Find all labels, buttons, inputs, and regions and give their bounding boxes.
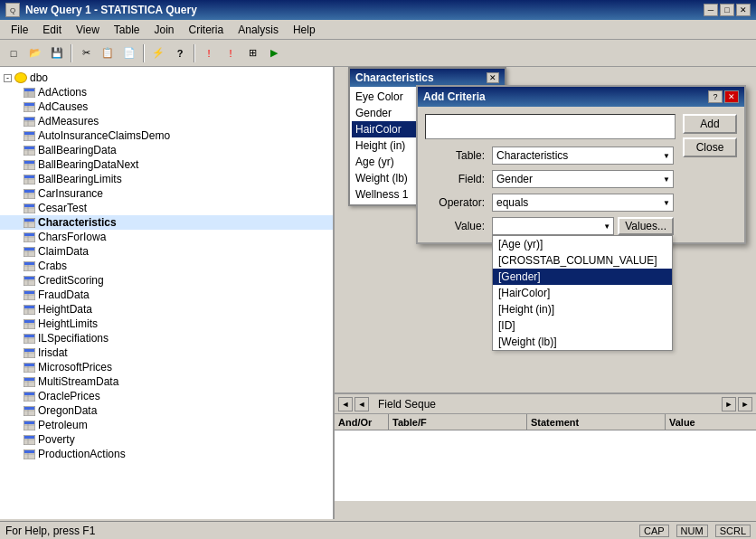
magic-button[interactable]: ⚡ <box>148 43 168 63</box>
tree-item-characteristics[interactable]: Characteristics <box>0 215 333 230</box>
exclaim1-button[interactable]: ! <box>199 43 219 63</box>
dropdown-item-haircolor[interactable]: [HairColor] <box>493 285 672 301</box>
new-button[interactable]: □ <box>4 43 24 63</box>
value-label: Value: <box>425 220 488 232</box>
dialog-close-titlebar-button[interactable]: ✕ <box>724 90 739 103</box>
tree-panel[interactable]: - dbo AdActions <box>0 67 335 519</box>
svg-rect-19 <box>24 147 34 149</box>
menu-edit[interactable]: Edit <box>35 22 69 38</box>
tree-item-heightlimits[interactable]: HeightLimits <box>0 317 333 331</box>
dropdown-item-crosstab[interactable]: [CROSSTAB_COLUMN_VALUE] <box>493 252 672 269</box>
tree-item-poverty[interactable]: Poverty <box>0 432 333 447</box>
tree-item-adactions[interactable]: AdActions <box>0 85 333 99</box>
tree-item-cesartest[interactable]: CesarTest <box>0 201 333 215</box>
toolbar-separator-3 <box>194 44 195 62</box>
menu-file[interactable]: File <box>4 22 35 38</box>
tree-item-admeasures[interactable]: AdMeasures <box>0 114 333 128</box>
tree-item-charsforiowa[interactable]: CharsForIowa <box>0 230 333 244</box>
tree-item-heightdata[interactable]: HeightData <box>0 302 333 317</box>
grid-button[interactable]: ⊞ <box>242 43 262 63</box>
close-button[interactable]: Close <box>683 137 737 157</box>
dropdown-item-heightin[interactable]: [Height (in)] <box>493 301 672 317</box>
popup-close-button[interactable]: ✕ <box>487 72 499 83</box>
tree-root-dbo[interactable]: - dbo <box>0 71 333 85</box>
nav-first-button[interactable]: ◄ <box>338 397 353 411</box>
tree-item-crabs[interactable]: Crabs <box>0 259 333 273</box>
operator-select[interactable]: equals <box>492 194 674 212</box>
tree-label-poverty: Poverty <box>38 433 75 446</box>
menu-analysis[interactable]: Analysis <box>231 22 286 38</box>
tree-item-claimdata[interactable]: ClaimData <box>0 244 333 259</box>
menu-criteria[interactable]: Criteria <box>182 22 232 38</box>
value-dropdown[interactable]: [Age (yr)] [CROSSTAB_COLUMN_VALUE] [Gend… <box>492 235 673 351</box>
tree-item-carinsurance[interactable]: CarInsurance <box>0 186 333 201</box>
menu-table[interactable]: Table <box>107 22 147 38</box>
table-icon-oracleprices <box>22 390 36 402</box>
svg-rect-7 <box>24 103 34 106</box>
tree-item-irisdat[interactable]: Irisdat <box>0 345 333 360</box>
add-button[interactable]: Add <box>683 114 737 134</box>
tree-item-ballbearingnext[interactable]: BallBearingDataNext <box>0 157 333 172</box>
tree-item-oracleprices[interactable]: OraclePrices <box>0 389 333 403</box>
table-icon-creditscoring <box>22 274 36 287</box>
tree-scroll: - dbo AdActions <box>0 67 333 465</box>
statement-header: Statement <box>527 414 666 430</box>
tree-item-multistreamdata[interactable]: MultiStreamData <box>0 374 333 389</box>
menu-view[interactable]: View <box>69 22 107 38</box>
tree-label-heightdata: HeightData <box>38 303 92 316</box>
expand-icon-dbo[interactable]: - <box>4 74 12 82</box>
dropdown-item-gender[interactable]: [Gender] <box>493 269 672 285</box>
table-icon-claimdata <box>22 245 36 258</box>
value-input[interactable] <box>492 217 614 235</box>
tree-item-ballbearinglimits[interactable]: BallBearingLimits <box>0 172 333 186</box>
minimize-button[interactable]: ─ <box>704 4 718 16</box>
tree-item-oregondata[interactable]: OregonData <box>0 403 333 418</box>
table-select[interactable]: Characteristics <box>492 147 674 165</box>
svg-rect-35 <box>24 204 34 207</box>
nav-prev-button[interactable]: ◄ <box>354 397 369 411</box>
tree-label-ballbearing: BallBearingData <box>38 144 117 156</box>
value-header: Value <box>666 414 756 430</box>
tree-item-adcauses[interactable]: AdCauses <box>0 99 333 114</box>
tree-item-ballbearing[interactable]: BallBearingData <box>0 143 333 157</box>
tree-item-creditscoring[interactable]: CreditScoring <box>0 273 333 288</box>
close-button[interactable]: ✕ <box>736 4 751 16</box>
window-controls: ─ □ ✕ <box>704 4 751 16</box>
svg-rect-87 <box>24 392 34 395</box>
tree-item-ilspecifiations[interactable]: ILSpecifiations <box>0 331 333 345</box>
operator-select-wrapper: equals <box>492 194 674 212</box>
dialog-help-button[interactable]: ? <box>708 90 723 103</box>
cut-button[interactable]: ✂ <box>76 43 96 63</box>
dropdown-item-id[interactable]: [ID] <box>493 317 672 334</box>
toolbar-separator-2 <box>143 44 145 62</box>
tree-item-autoinsurance[interactable]: AutoInsuranceClaimsDemo <box>0 128 333 143</box>
paste-button[interactable]: 📄 <box>119 43 139 63</box>
values-button[interactable]: Values... <box>618 217 674 235</box>
svg-rect-27 <box>24 175 34 178</box>
tree-item-frauddata[interactable]: FraudData <box>0 288 333 302</box>
nav-last-button[interactable]: ► <box>738 397 752 411</box>
copy-button[interactable]: 📋 <box>98 43 118 63</box>
num-indicator: NUM <box>676 525 708 537</box>
run-button[interactable]: ▶ <box>264 43 284 63</box>
svg-rect-59 <box>24 291 34 294</box>
nav-next-button[interactable]: ► <box>722 397 736 411</box>
table-icon-autoinsurance <box>22 129 36 142</box>
tree-item-petroleum[interactable]: Petroleum <box>0 418 333 432</box>
open-button[interactable]: 📂 <box>25 43 45 63</box>
field-select[interactable]: Gender <box>492 170 674 188</box>
menu-join[interactable]: Join <box>147 22 182 38</box>
popup-title-bar: Characteristics ✕ <box>350 69 505 87</box>
tree-label-creditscoring: CreditScoring <box>38 274 104 287</box>
tree-item-microsoftprices[interactable]: MicrosoftPrices <box>0 360 333 374</box>
save-button[interactable]: 💾 <box>47 43 67 63</box>
maximize-button[interactable]: □ <box>720 4 734 16</box>
menu-help[interactable]: Help <box>286 22 323 38</box>
help-button[interactable]: ? <box>170 43 190 63</box>
form-grid: Table: Characteristics Field: Gender Ope… <box>425 147 674 235</box>
dropdown-item-weightlb[interactable]: [Weight (lb)] <box>493 334 672 350</box>
tree-label-oracleprices: OraclePrices <box>38 390 100 402</box>
dropdown-item-ageyr[interactable]: [Age (yr)] <box>493 236 672 252</box>
tree-item-productionactions[interactable]: ProductionActions <box>0 447 333 461</box>
exclaim2-button[interactable]: ! <box>221 43 241 63</box>
